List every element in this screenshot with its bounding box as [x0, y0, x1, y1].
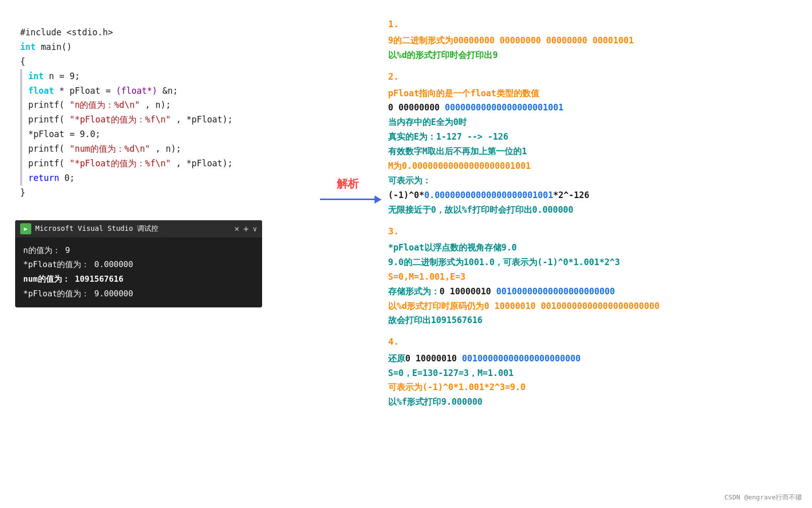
arrow-graphic — [320, 199, 376, 200]
terminal-line-3: num的值为： 1091567616 — [23, 272, 254, 287]
assign-text: *pFloat = 9.0; — [28, 129, 100, 139]
arrow-shaft — [320, 199, 376, 200]
code-line-float: float * pFloat = (float*) &n; — [28, 84, 233, 98]
cast-paren: (float*) — [116, 86, 157, 96]
left-panel: #include <stdio.h> int main() { int n = … — [0, 0, 313, 508]
terminal-line-2: *pFloat的值为： 0.000000 — [23, 258, 254, 272]
printf4-str: "*pFloat的值为：%f\n" — [70, 158, 171, 168]
section-4-num: 4. — [388, 334, 797, 350]
terminal-window: ▶ Microsoft Visual Studio 调试控 ✕ + ∨ n的值为… — [15, 220, 262, 307]
terminal-title: Microsoft Visual Studio 调试控 — [35, 224, 230, 233]
code-inner: int n = 9; float * pFloat = (float*) &n;… — [28, 69, 233, 185]
code-line-close-brace: } — [20, 185, 297, 200]
printf1-args: , n); — [145, 100, 171, 110]
terminal-icon: ▶ — [20, 223, 31, 234]
s3-line1: *pFloat以浮点数的视角存储9.0 — [388, 240, 797, 255]
return-keyword: return — [28, 173, 59, 183]
n-assign: n = 9; — [49, 71, 80, 81]
code-line-printf3: printf( "num的值为：%d\n" , n); — [28, 142, 233, 156]
include-text: #include <stdio.h> — [20, 27, 113, 37]
section-3-num: 3. — [388, 223, 797, 239]
terminal-line-4: *pFloat的值为： 9.000000 — [23, 287, 254, 301]
terminal-line-1: n的值为： 9 — [23, 243, 254, 258]
section-3: 3. *pFloat以浮点数的视角存储9.0 9.0的二进制形式为1001.0，… — [388, 223, 797, 328]
s2-line3: 当内存中的E全为0时 — [388, 115, 797, 130]
code-line-printf1: printf( "n的值为：%d\n" , n); — [28, 98, 233, 112]
terminal-plus-button[interactable]: + — [243, 223, 249, 234]
s4-line2: S=0，E=130-127=3，M=1.001 — [388, 366, 797, 380]
int-type: int — [28, 71, 44, 81]
code-line-include: #include <stdio.h> — [20, 25, 297, 40]
code-line-return: return 0; — [28, 171, 233, 185]
printf3-args: , n); — [155, 144, 181, 154]
arrow-head — [374, 196, 382, 204]
printf2-args: , *pFloat); — [176, 114, 233, 124]
section-4-content: 还原0 10000010 00100000000000000000000 S=0… — [388, 351, 797, 410]
main-text: main() — [36, 42, 72, 52]
printf3-str: "num的值为：%d\n" — [70, 144, 150, 154]
s2-line8: (-1)^0*0.00000000000000000001001*2^-126 — [388, 188, 797, 203]
printf2-func: printf( — [28, 114, 65, 124]
s1-line2: 以%d的形式打印时会打印出9 — [388, 48, 797, 62]
s2-line5: 有效数字M取出后不再加上第一位的1 — [388, 144, 797, 159]
section-2-content: pFloat指向的是一个float类型的数值 0 00000000 000000… — [388, 86, 797, 217]
terminal-body: n的值为： 9 *pFloat的值为： 0.000000 num的值为： 109… — [15, 237, 262, 307]
return-val: 0; — [65, 173, 75, 183]
section-2-num: 2. — [388, 69, 797, 85]
printf4-args: , *pFloat); — [176, 158, 233, 168]
close-brace: } — [20, 187, 25, 198]
section-4: 4. 还原0 10000010 00100000000000000000000 … — [388, 334, 797, 409]
s2-line2: 0 00000000 00000000000000000001001 — [388, 100, 797, 115]
int-keyword: int — [20, 42, 36, 52]
printf4-func: printf( — [28, 158, 65, 168]
s3-line2: 9.0的二进制形式为1001.0，可表示为(-1)^0*1.001*2^3 — [388, 255, 797, 270]
section-2: 2. pFloat指向的是一个float类型的数值 0 00000000 000… — [388, 69, 797, 217]
printf1-str: "n的值为：%d\n" — [70, 100, 140, 110]
section-1-content: 9的二进制形式为00000000 00000000 00000000 00001… — [388, 33, 797, 62]
section-1-num: 1. — [388, 16, 797, 32]
printf3-func: printf( — [28, 144, 65, 154]
code-line-open-brace: { — [20, 54, 297, 69]
s3-line5: 以%d形式打印时原码仍为0 10000010 00100000000000000… — [388, 299, 797, 313]
float-addr: &n; — [162, 86, 178, 96]
watermark: CSDN @engrave行而不辍 — [724, 493, 802, 502]
s2-line9: 无限接近于0，故以%f打印时会打印出0.000000 — [388, 203, 797, 217]
arrow-area: 解析 — [313, 0, 383, 508]
s3-line4: 存储形式为：0 10000010 00100000000000000000000 — [388, 284, 797, 299]
s4-line3: 可表示为(-1)^0*1.001*2^3=9.0 — [388, 380, 797, 395]
s2-line7: 可表示为： — [388, 173, 797, 188]
section-3-content: *pFloat以浮点数的视角存储9.0 9.0的二进制形式为1001.0，可表示… — [388, 240, 797, 328]
s2-line1: pFloat指向的是一个float类型的数值 — [388, 86, 797, 101]
open-brace: { — [20, 56, 25, 67]
s2-line6: M为0.00000000000000000001001 — [388, 159, 797, 173]
s1-line1: 9的二进制形式为00000000 00000000 00000000 00001… — [388, 33, 797, 48]
code-line-main: int main() — [20, 40, 297, 54]
terminal-close-button[interactable]: ✕ — [234, 224, 239, 233]
float-var: * pFloat = — [59, 86, 116, 96]
code-bar — [20, 69, 22, 185]
s4-line1: 还原0 10000010 00100000000000000000000 — [388, 351, 797, 366]
code-line-printf4: printf( "*pFloat的值为：%f\n" , *pFloat); — [28, 156, 233, 171]
code-line-int-n: int n = 9; — [28, 69, 233, 84]
right-panel: 1. 9的二进制形式为00000000 00000000 00000000 00… — [383, 0, 812, 508]
s2-line4: 真实的E为：1-127 --> -126 — [388, 130, 797, 144]
float-type: float — [28, 86, 54, 96]
s3-line6: 故会打印出1091567616 — [388, 313, 797, 328]
terminal-titlebar: ▶ Microsoft Visual Studio 调试控 ✕ + ∨ — [15, 220, 262, 237]
printf1-func: printf( — [28, 100, 65, 110]
code-line-printf2: printf( "*pFloat的值为：%f\n" , *pFloat); — [28, 112, 233, 127]
terminal-chevron-button[interactable]: ∨ — [253, 225, 257, 233]
s4-line4: 以%f形式打印9.000000 — [388, 395, 797, 409]
s3-line3: S=0,M=1.001,E=3 — [388, 270, 797, 284]
printf2-str: "*pFloat的值为：%f\n" — [70, 114, 171, 124]
code-area: #include <stdio.h> int main() { int n = … — [15, 15, 302, 210]
code-body: int n = 9; float * pFloat = (float*) &n;… — [20, 69, 297, 185]
code-line-assign: *pFloat = 9.0; — [28, 127, 233, 142]
section-1: 1. 9的二进制形式为00000000 00000000 00000000 00… — [388, 16, 797, 62]
arrow-label: 解析 — [337, 176, 359, 192]
arrow-container: 解析 — [320, 176, 376, 200]
